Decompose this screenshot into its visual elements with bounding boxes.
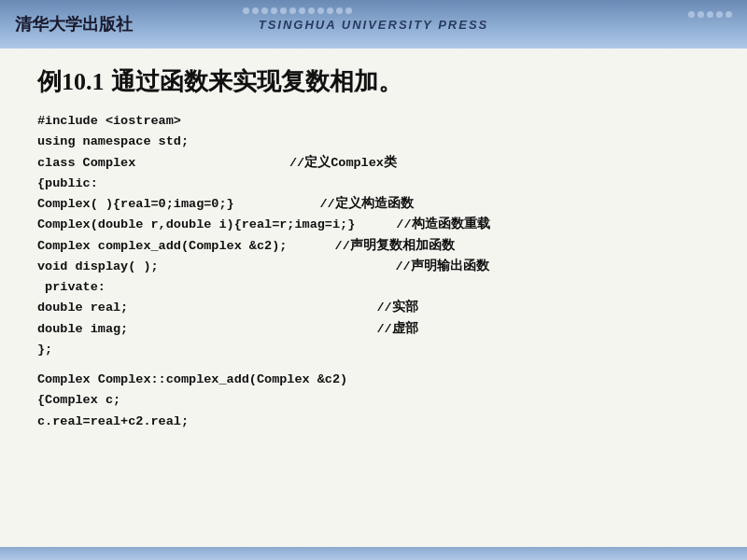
code-block: #include <iostream> using namespace std;… <box>37 111 710 432</box>
dot <box>707 11 713 18</box>
dot <box>299 7 305 14</box>
dot <box>698 11 704 18</box>
code-comment: //构造函数重载 <box>374 215 490 235</box>
code-text: c.real=real+c2.real; <box>37 412 189 432</box>
dot <box>252 7 259 14</box>
code-comment: //声明输出函数 <box>289 257 489 277</box>
header-dots-right <box>688 11 732 18</box>
code-text: Complex Complex::complex_add(Complex &c2… <box>37 370 347 390</box>
code-text: {Complex c; <box>37 390 120 411</box>
dot <box>716 11 723 18</box>
main-content: 例10.1 通过函数来实现复数相加。 #include <iostream> u… <box>0 49 747 560</box>
code-text: Complex(double r,double i){real=r;imag=i… <box>37 215 374 235</box>
code-line-14: Complex Complex::complex_add(Complex &c2… <box>37 370 710 390</box>
code-line-1: #include <iostream> <box>37 111 710 132</box>
code-line-11: double imag; //虚部 <box>37 319 710 340</box>
code-line-16: c.real=real+c2.real; <box>37 412 710 432</box>
dot <box>327 7 333 14</box>
dot <box>289 7 296 14</box>
dot <box>271 7 277 14</box>
dot <box>243 7 249 14</box>
code-line-15: {Complex c; <box>37 390 710 411</box>
code-text: double real; <box>37 298 271 318</box>
code-spacer <box>37 360 710 370</box>
code-text: class Complex <box>37 153 289 174</box>
title-number: 10.1 <box>62 68 105 95</box>
code-text: {public: <box>37 174 98 194</box>
dot <box>726 11 732 18</box>
header-dots-top <box>243 7 352 14</box>
code-text: Complex complex_add(Complex &c2); <box>37 236 289 257</box>
dot <box>308 7 315 14</box>
page-title: 例10.1 通过函数来实现复数相加。 <box>37 65 710 98</box>
code-line-12: }; <box>37 340 710 360</box>
code-line-6: Complex(double r,double i){real=r;imag=i… <box>37 215 710 235</box>
code-text: double imag; <box>37 319 271 340</box>
code-comment: //虚部 <box>271 319 418 340</box>
dot <box>317 7 324 14</box>
dot <box>688 11 695 18</box>
dot <box>345 7 352 14</box>
code-text: Complex( ){real=0;imag=0;} <box>37 194 289 215</box>
code-comment: //定义Complex类 <box>289 153 397 174</box>
header-logo: 清华大学出版社 <box>15 13 133 35</box>
header-subtitle: TSINGHUA UNIVERSITY PRESS <box>259 18 488 32</box>
code-comment: //声明复数相加函数 <box>289 236 455 257</box>
code-text: void display( ); <box>37 257 289 277</box>
code-line-4: {public: <box>37 174 710 194</box>
code-comment: //定义构造函数 <box>289 194 414 215</box>
code-text: private: <box>37 277 106 298</box>
code-line-9: private: <box>37 277 710 298</box>
header: 清华大学出版社 TSINGHUA UNIVERSITY PRESS <box>0 0 747 49</box>
dot <box>280 7 287 14</box>
code-text: }; <box>37 340 52 360</box>
code-line-5: Complex( ){real=0;imag=0;} //定义构造函数 <box>37 194 710 215</box>
dot <box>336 7 343 14</box>
title-prefix: 例 <box>37 67 62 95</box>
code-comment: //实部 <box>271 298 418 318</box>
dot <box>261 7 268 14</box>
code-line-8: void display( ); //声明输出函数 <box>37 257 710 277</box>
bottom-bar <box>0 547 747 560</box>
code-text: #include <iostream> <box>37 111 181 132</box>
code-line-7: Complex complex_add(Complex &c2); //声明复数… <box>37 236 710 257</box>
code-line-3: class Complex //定义Complex类 <box>37 153 710 174</box>
code-line-10: double real; //实部 <box>37 298 710 318</box>
title-text: 通过函数来实现复数相加。 <box>105 67 402 95</box>
code-line-2: using namespace std; <box>37 132 710 152</box>
code-text: using namespace std; <box>37 132 189 152</box>
